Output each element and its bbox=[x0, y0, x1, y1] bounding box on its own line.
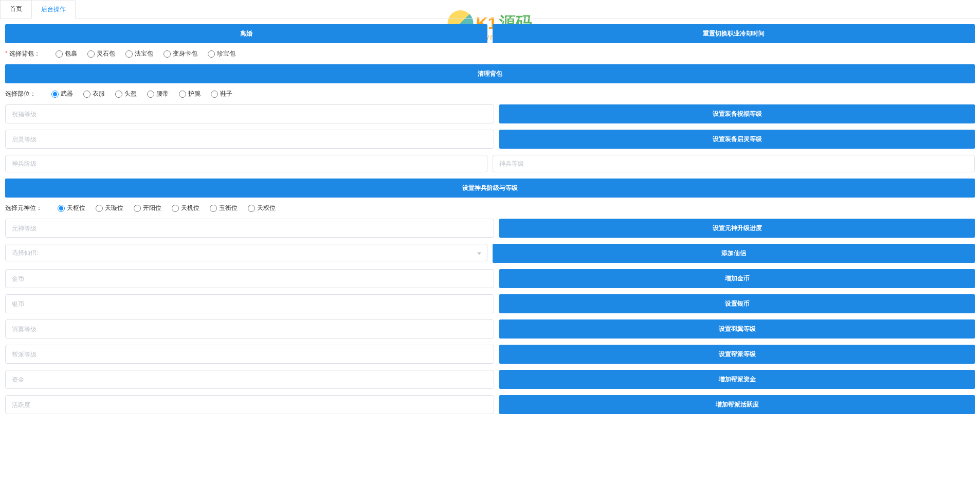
content-area: 离婚 重置切换职业冷却时间 选择背包： 包裹 灵石包 法宝包 变身卡包 珍宝包 … bbox=[0, 19, 980, 425]
yuanshen-option-label-4: 玉衡位 bbox=[219, 204, 238, 212]
shenbing-dengji-input[interactable] bbox=[493, 155, 975, 172]
set-yuanshen-progress-button[interactable]: 设置元神升级进度 bbox=[499, 219, 975, 238]
yuanshen-option-label-5: 天权位 bbox=[257, 204, 276, 212]
part-radio-0[interactable] bbox=[51, 91, 59, 98]
bag-option-label-0: 包裹 bbox=[65, 49, 77, 58]
bag-option-0[interactable]: 包裹 bbox=[56, 49, 77, 58]
yuanshen-radio-2[interactable] bbox=[134, 205, 141, 212]
yuanshen-option-1[interactable]: 天璇位 bbox=[96, 204, 123, 212]
bag-radio-3[interactable] bbox=[164, 50, 171, 58]
part-radio-2[interactable] bbox=[115, 91, 122, 98]
part-radio-group: 武器 衣服 头盔 腰带 护腕 鞋子 bbox=[51, 90, 232, 98]
tab-bar: 首页 后台操作 bbox=[0, 0, 980, 19]
set-gang-level-button[interactable]: 设置帮派等级 bbox=[499, 345, 975, 364]
yuanshen-option-label-0: 天枢位 bbox=[67, 204, 85, 212]
select-bag-label: 选择背包： bbox=[5, 49, 40, 58]
set-bless-level-button[interactable]: 设置装备祝福等级 bbox=[499, 104, 975, 123]
fund-input[interactable] bbox=[5, 370, 494, 389]
part-option-label-0: 武器 bbox=[61, 90, 73, 98]
part-option-label-4: 护腕 bbox=[188, 90, 201, 98]
yuanshen-radio-1[interactable] bbox=[96, 205, 103, 212]
part-option-0[interactable]: 武器 bbox=[51, 90, 73, 98]
part-radio-1[interactable] bbox=[83, 91, 90, 98]
set-shenbing-button[interactable]: 设置神兵阶级与等级 bbox=[5, 179, 975, 198]
tab-home[interactable]: 首页 bbox=[0, 0, 32, 19]
yuanshen-radio-4[interactable] bbox=[210, 205, 217, 212]
bag-option-label-2: 法宝包 bbox=[135, 49, 153, 58]
add-gold-button[interactable]: 增加金币 bbox=[499, 269, 975, 288]
part-radio-4[interactable] bbox=[179, 91, 186, 98]
gold-input[interactable] bbox=[5, 269, 494, 288]
bag-radio-0[interactable] bbox=[56, 50, 63, 58]
bag-option-1[interactable]: 灵石包 bbox=[87, 49, 115, 58]
bag-radio-group: 包裹 灵石包 法宝包 变身卡包 珍宝包 bbox=[56, 49, 235, 58]
bag-option-4[interactable]: 珍宝包 bbox=[208, 49, 235, 58]
set-qiling-level-button[interactable]: 设置装备启灵等级 bbox=[499, 130, 975, 149]
part-option-2[interactable]: 头盔 bbox=[115, 90, 137, 98]
part-option-label-5: 鞋子 bbox=[220, 90, 232, 98]
select-yuanshen-label: 选择元神位： bbox=[5, 204, 42, 212]
yuanshen-option-5[interactable]: 天权位 bbox=[248, 204, 276, 212]
tab-backend[interactable]: 后台操作 bbox=[31, 1, 76, 19]
bag-option-label-1: 灵石包 bbox=[97, 49, 115, 58]
gang-level-input[interactable] bbox=[5, 345, 494, 364]
set-wing-level-button[interactable]: 设置羽翼等级 bbox=[499, 319, 975, 339]
part-option-5[interactable]: 鞋子 bbox=[211, 90, 232, 98]
yuanshen-option-label-2: 开阳位 bbox=[143, 204, 161, 212]
yuanshen-level-input[interactable] bbox=[5, 219, 494, 238]
part-option-label-1: 衣服 bbox=[93, 90, 105, 98]
yuanshen-option-0[interactable]: 天枢位 bbox=[58, 204, 85, 212]
activity-input[interactable] bbox=[5, 395, 494, 414]
wing-level-input[interactable] bbox=[5, 319, 494, 339]
yuanshen-radio-group: 天枢位 天璇位 开阳位 天机位 玉衡位 天权位 bbox=[58, 204, 276, 212]
bag-option-3[interactable]: 变身卡包 bbox=[164, 49, 197, 58]
silver-input[interactable] bbox=[5, 294, 494, 313]
yuanshen-option-4[interactable]: 玉衡位 bbox=[210, 204, 238, 212]
part-option-4[interactable]: 护腕 bbox=[179, 90, 201, 98]
add-xianlv-button[interactable]: 添加仙侣 bbox=[493, 244, 975, 263]
part-radio-3[interactable] bbox=[147, 91, 154, 98]
bag-option-label-3: 变身卡包 bbox=[173, 49, 197, 58]
yuanshen-radio-3[interactable] bbox=[172, 205, 179, 212]
yuanshen-radio-0[interactable] bbox=[58, 205, 65, 212]
add-gang-fund-button[interactable]: 增加帮派资金 bbox=[499, 370, 975, 389]
divorce-button[interactable]: 离婚 bbox=[5, 24, 487, 43]
set-silver-button[interactable]: 设置银币 bbox=[499, 294, 975, 313]
yuanshen-radio-5[interactable] bbox=[248, 205, 255, 212]
bag-radio-1[interactable] bbox=[87, 50, 95, 58]
clear-bag-button[interactable]: 清理背包 bbox=[5, 64, 975, 83]
part-radio-5[interactable] bbox=[211, 91, 218, 98]
yuanshen-option-label-1: 天璇位 bbox=[105, 204, 123, 212]
shenbing-jieji-input[interactable] bbox=[5, 155, 487, 172]
select-part-label: 选择部位： bbox=[5, 90, 36, 98]
bag-option-label-4: 珍宝包 bbox=[217, 49, 235, 58]
add-gang-activity-button[interactable]: 增加帮派活跃度 bbox=[499, 395, 975, 414]
xianlv-select[interactable]: 选择仙侣: bbox=[5, 244, 487, 261]
bag-option-2[interactable]: 法宝包 bbox=[125, 49, 153, 58]
bless-level-input[interactable] bbox=[5, 104, 494, 123]
bag-radio-4[interactable] bbox=[208, 50, 215, 58]
reset-job-cooldown-button[interactable]: 重置切换职业冷却时间 bbox=[493, 24, 975, 43]
qiling-level-input[interactable] bbox=[5, 130, 494, 149]
yuanshen-option-label-3: 天机位 bbox=[181, 204, 199, 212]
part-option-label-2: 头盔 bbox=[124, 90, 137, 98]
bag-radio-2[interactable] bbox=[125, 50, 133, 58]
part-option-1[interactable]: 衣服 bbox=[83, 90, 105, 98]
part-option-3[interactable]: 腰带 bbox=[147, 90, 169, 98]
part-option-label-3: 腰带 bbox=[156, 90, 169, 98]
yuanshen-option-3[interactable]: 天机位 bbox=[172, 204, 199, 212]
yuanshen-option-2[interactable]: 开阳位 bbox=[134, 204, 161, 212]
